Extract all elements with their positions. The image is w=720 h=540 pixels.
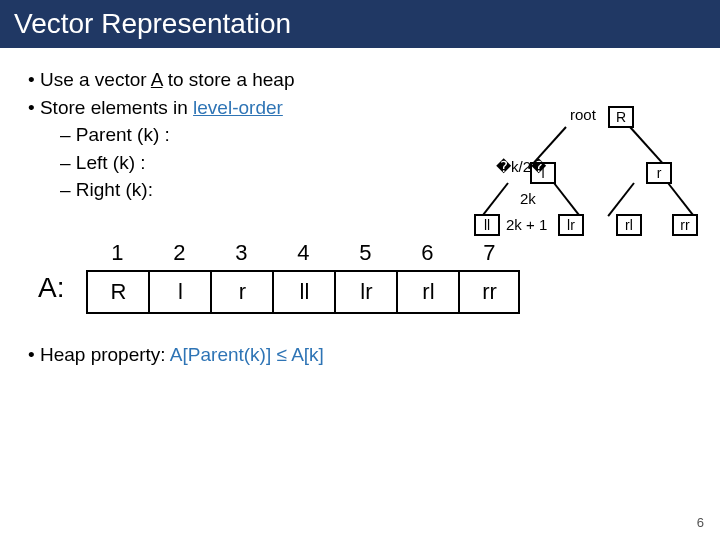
bullet-use-vector: Use a vector A to store a heap (28, 66, 692, 94)
edge (667, 182, 694, 216)
slide-title: Vector Representation (0, 0, 720, 48)
array-col: 5 lr (334, 240, 396, 314)
text: to store a heap (162, 69, 294, 90)
annotation-kdiv2: �k/2� (496, 158, 546, 176)
array-cell: R (86, 270, 148, 314)
annotation-2k: 2k (520, 190, 536, 207)
node-lr: lr (558, 214, 584, 236)
heap-property-formula: A[Parent(k)] ≤ A[k] (170, 344, 324, 365)
edge (553, 182, 580, 216)
array-col: 3 r (210, 240, 272, 314)
array-cell: r (210, 270, 272, 314)
array-index: 1 (111, 240, 123, 266)
annotation-2k1: 2k + 1 (506, 216, 547, 233)
array-cell: lr (334, 270, 396, 314)
array-col: 4 ll (272, 240, 334, 314)
array-col: 2 l (148, 240, 210, 314)
array-index: 5 (359, 240, 371, 266)
array-index: 3 (235, 240, 247, 266)
node-ll: ll (474, 214, 500, 236)
page-number: 6 (697, 515, 704, 530)
root-label: root (570, 106, 596, 123)
array-index: 4 (297, 240, 309, 266)
node-r: r (646, 162, 672, 184)
heap-tree-diagram: root R l r �k/2� 2k ll lr rl rr 2k + 1 (418, 106, 698, 286)
node-rr: rr (672, 214, 698, 236)
level-order-link: level-order (193, 97, 283, 118)
vector-name: A (151, 69, 163, 90)
array-cell: l (148, 270, 210, 314)
node-rl: rl (616, 214, 642, 236)
array-index: 2 (173, 240, 185, 266)
slide-body: Use a vector A to store a heap Store ele… (0, 48, 720, 366)
edge (607, 182, 634, 216)
bullet-heap-property: Heap property: A[Parent(k)] ≤ A[k] (28, 344, 692, 366)
array-label: A: (38, 272, 64, 314)
node-root: R (608, 106, 634, 128)
text: Use a vector (40, 69, 151, 90)
text: Store elements in (40, 97, 193, 118)
array-cell: ll (272, 270, 334, 314)
array-col: 1 R (86, 240, 148, 314)
text: Heap property: (40, 344, 170, 365)
